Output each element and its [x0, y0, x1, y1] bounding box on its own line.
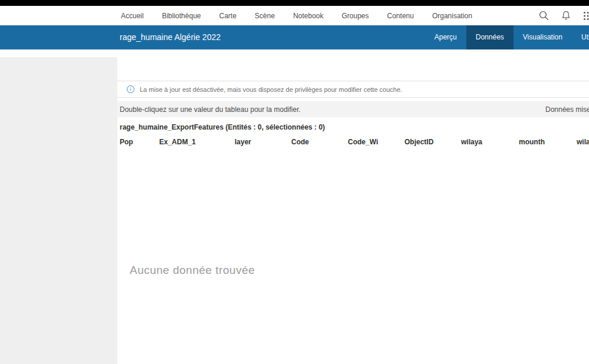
table-header-row: Pop Ex_ADM_1 layer Code Code_Wi ObjectID… [117, 138, 589, 148]
nav-item-groupes[interactable]: Groupes [342, 12, 369, 20]
data-updated-label[interactable]: Données mises [545, 105, 589, 114]
column-header-objectid[interactable]: ObjectID [404, 138, 433, 146]
tab-apercu[interactable]: Aperçu [425, 25, 466, 49]
column-header-code[interactable]: Code [291, 138, 309, 146]
app-launcher-icon[interactable] [583, 11, 589, 21]
update-disabled-banner: i La mise à jour est désactivée, mais vo… [117, 81, 589, 98]
item-header: rage_humaine Algérie 2022 Aperçu Données… [0, 25, 589, 49]
table-toolbar: Double-cliquez sur une valeur du tableau… [117, 101, 589, 117]
column-header-pop[interactable]: Pop [120, 138, 133, 146]
column-header-wilaya[interactable]: wilaya [461, 138, 482, 146]
item-tabs: Aperçu Données Visualisation Utilisation [425, 25, 589, 49]
top-navbar: Accueil Bibliothèque Carte Scène Noteboo… [0, 6, 589, 25]
tab-visualisation[interactable]: Visualisation [514, 25, 572, 49]
system-bar [0, 0, 589, 6]
item-title: rage_humaine Algérie 2022 [120, 25, 221, 49]
edit-hint-text: Double-cliquez sur une valeur du tableau… [120, 105, 301, 114]
nav-item-organisation[interactable]: Organisation [432, 12, 472, 20]
nav-item-scene[interactable]: Scène [255, 12, 275, 20]
search-icon[interactable] [539, 11, 549, 21]
empty-state-message: Aucune donnée trouvée [130, 264, 255, 277]
column-header-layer[interactable]: layer [235, 138, 251, 146]
column-header-wilaya-2[interactable]: wilaya [577, 138, 589, 146]
nav-item-notebook[interactable]: Notebook [293, 12, 323, 20]
nav-icons [539, 6, 589, 25]
column-header-mounth[interactable]: mounth [519, 138, 545, 146]
notifications-bell-icon[interactable] [561, 11, 571, 21]
tab-donnees[interactable]: Données [466, 25, 514, 49]
info-icon: i [127, 85, 134, 93]
column-header-code-wi[interactable]: Code_Wi [348, 138, 378, 146]
nav-item-contenu[interactable]: Contenu [387, 12, 414, 20]
nav-item-carte[interactable]: Carte [219, 12, 236, 20]
tab-utilisation[interactable]: Utilisation [572, 25, 589, 49]
nav-item-accueil[interactable]: Accueil [121, 12, 144, 20]
column-header-ex-adm-1[interactable]: Ex_ADM_1 [159, 138, 196, 146]
nav-item-bibliotheque[interactable]: Bibliothèque [162, 12, 201, 20]
fields-sidebar [0, 57, 117, 364]
banner-text: La mise à jour est désactivée, mais vous… [140, 86, 402, 93]
nav-items: Accueil Bibliothèque Carte Scène Noteboo… [121, 6, 472, 25]
table-title: rage_humaine_ExportFeatures (Entités : 0… [120, 123, 325, 131]
